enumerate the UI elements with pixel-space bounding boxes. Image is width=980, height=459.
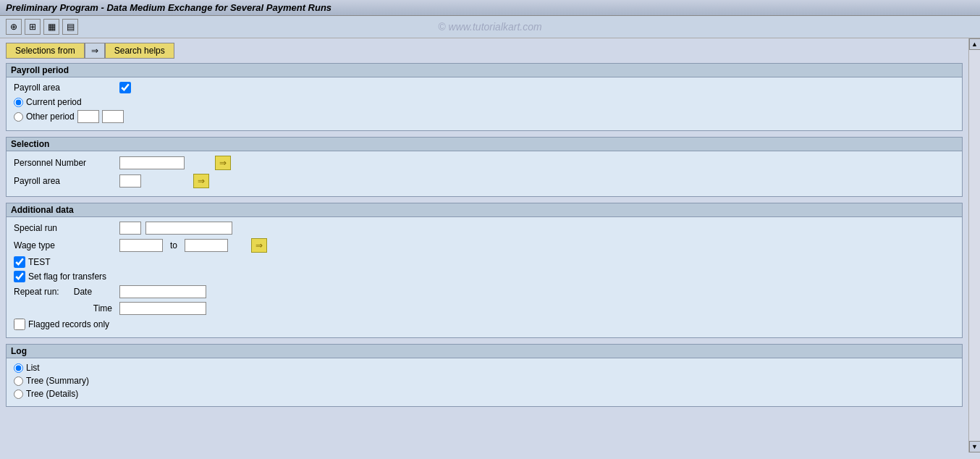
current-period-row: Current period — [14, 97, 955, 107]
wage-type-to: to — [170, 240, 177, 250]
log-tree-summary-row: Tree (Summary) — [14, 376, 955, 386]
log-tree-details-radio[interactable] — [14, 389, 23, 399]
scroll-down-btn[interactable]: ▼ — [969, 441, 981, 452]
log-header: Log — [7, 345, 962, 358]
watermark: © www.tutorialkart.com — [438, 21, 541, 33]
toolbar-btn-3[interactable]: ▦ — [43, 19, 59, 35]
payroll-period-header: Payroll period — [7, 64, 962, 77]
log-tree-summary-label: Tree (Summary) — [26, 376, 89, 386]
personnel-number-row: Personnel Number ⇒ — [14, 156, 955, 170]
selection-section: Selection Personnel Number ⇒ Payroll are… — [6, 137, 963, 197]
test-label: TEST — [28, 257, 51, 267]
current-period-label: Current period — [26, 97, 82, 107]
additional-data-body: Special run Wage type to ⇒ TEST — [7, 217, 962, 337]
log-list-row: List — [14, 363, 955, 373]
other-period-row: Other period — [14, 110, 955, 123]
time-input[interactable]: 00:00:00 — [119, 302, 206, 315]
wage-type-arrow-btn[interactable]: ⇒ — [251, 238, 267, 253]
other-period-radio[interactable] — [14, 112, 23, 122]
additional-data-header: Additional data — [7, 203, 962, 217]
app-title: Preliminary Program - Data Medium Exchan… — [6, 2, 331, 13]
wage-type-to-input[interactable] — [185, 239, 228, 252]
payroll-period-section: Payroll period Payroll area Current peri… — [6, 63, 963, 131]
log-tree-details-label: Tree (Details) — [26, 389, 78, 399]
repeat-run-row: Repeat run: Date — [14, 285, 955, 298]
tab-arrow-icon[interactable]: ⇒ — [85, 43, 105, 59]
log-list-label: List — [26, 363, 40, 373]
log-tree-details-row: Tree (Details) — [14, 389, 955, 399]
main-content: Selections from ⇒ Search helps Payroll p… — [0, 38, 980, 452]
log-tree-summary-radio[interactable] — [14, 376, 23, 386]
time-label: Time — [14, 303, 115, 313]
payroll-area-row: Payroll area — [14, 82, 955, 93]
scroll-area: Selections from ⇒ Search helps Payroll p… — [0, 38, 968, 452]
flagged-records-label: Flagged records only — [28, 319, 109, 329]
time-row: Time 00:00:00 — [14, 302, 955, 315]
wage-type-input[interactable] — [119, 239, 163, 252]
personnel-number-label: Personnel Number — [14, 158, 115, 168]
special-run-input-2[interactable] — [145, 222, 232, 235]
selection-header: Selection — [7, 138, 962, 151]
toolbar-btn-1[interactable]: ⊕ — [6, 19, 22, 35]
payroll-area-checkbox[interactable] — [119, 82, 131, 93]
other-period-label: Other period — [26, 111, 75, 122]
search-helps-tab[interactable]: Search helps — [105, 43, 174, 59]
test-row: TEST — [14, 256, 955, 268]
set-flag-checkbox[interactable] — [14, 271, 25, 282]
flagged-records-checkbox[interactable] — [14, 319, 25, 330]
selection-body: Personnel Number ⇒ Payroll area ⇒ — [7, 151, 962, 196]
set-flag-label: Set flag for transfers — [28, 271, 106, 282]
title-bar: Preliminary Program - Data Medium Exchan… — [0, 0, 980, 16]
toolbar-btn-4[interactable]: ▤ — [62, 19, 78, 35]
other-period-input-1[interactable] — [77, 110, 99, 123]
toolbar-btn-2[interactable]: ⊞ — [25, 19, 41, 35]
personnel-number-arrow-btn[interactable]: ⇒ — [215, 156, 231, 170]
special-run-input-1[interactable] — [119, 222, 141, 235]
selection-payroll-area-input[interactable] — [119, 174, 141, 188]
wage-type-label: Wage type — [14, 240, 115, 250]
tab-bar: Selections from ⇒ Search helps — [6, 43, 963, 59]
log-body: List Tree (Summary) Tree (Details) — [7, 358, 962, 406]
repeat-run-label: Repeat run: Date — [14, 287, 115, 297]
selection-payroll-area-arrow-btn[interactable]: ⇒ — [193, 174, 209, 188]
test-checkbox[interactable] — [14, 256, 25, 268]
special-run-label: Special run — [14, 223, 115, 233]
special-run-row: Special run — [14, 222, 955, 235]
scrollbar: ▲ ▼ — [968, 38, 980, 452]
scroll-track[interactable] — [969, 50, 980, 441]
log-list-radio[interactable] — [14, 363, 23, 373]
selection-payroll-area-row: Payroll area ⇒ — [14, 174, 955, 188]
scroll-up-btn[interactable]: ▲ — [969, 38, 981, 50]
set-flag-row: Set flag for transfers — [14, 271, 955, 282]
payroll-period-body: Payroll area Current period Other period — [7, 77, 962, 130]
selection-payroll-area-label: Payroll area — [14, 176, 115, 186]
flagged-records-row: Flagged records only — [14, 319, 955, 330]
wage-type-row: Wage type to ⇒ — [14, 238, 955, 253]
toolbar: ⊕ ⊞ ▦ ▤ © www.tutorialkart.com — [0, 16, 980, 38]
current-period-radio[interactable] — [14, 98, 23, 107]
selections-from-tab[interactable]: Selections from — [6, 43, 85, 59]
payroll-area-label: Payroll area — [14, 83, 115, 93]
other-period-input-2[interactable] — [102, 110, 124, 123]
repeat-run-date-input[interactable] — [119, 285, 206, 298]
additional-data-section: Additional data Special run Wage type to… — [6, 203, 963, 338]
personnel-number-input[interactable] — [119, 156, 185, 169]
log-section: Log List Tree (Summary) Tree (Details) — [6, 344, 963, 407]
